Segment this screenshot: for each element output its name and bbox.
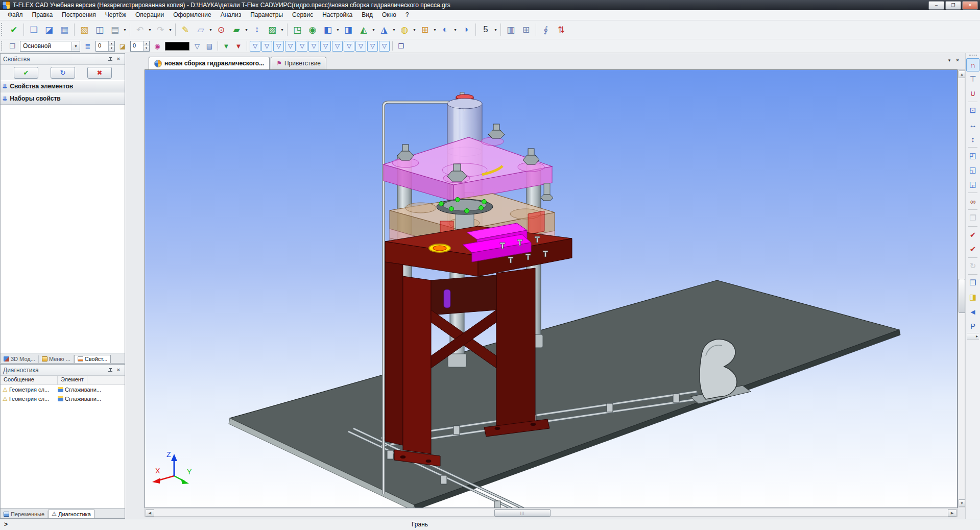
view-direction-icon[interactable]: ◄ bbox=[966, 305, 979, 318]
orange-ring[interactable] bbox=[429, 244, 450, 252]
thread-dropdown-arrow[interactable]: ▾ bbox=[371, 28, 376, 32]
menu-service[interactable]: Сервис bbox=[288, 10, 318, 20]
print-dropdown-arrow[interactable]: ▾ bbox=[123, 28, 127, 32]
scroll-left-arrow[interactable]: ◀ bbox=[146, 509, 154, 517]
chamfer-dropdown-arrow[interactable]: ▾ bbox=[392, 28, 396, 32]
axis-icon[interactable]: ↕ bbox=[250, 22, 264, 37]
print-icon[interactable]: ▤ bbox=[108, 22, 122, 37]
tab-menu[interactable]: Меню ... bbox=[39, 355, 74, 363]
cancel-button[interactable]: ✖ bbox=[87, 67, 112, 79]
zoom-model-icon[interactable]: ◲ bbox=[966, 178, 979, 191]
layer-combo[interactable]: Основной▾ bbox=[20, 41, 80, 52]
menu-constructions[interactable]: Построения bbox=[57, 10, 101, 20]
filter-settings-icon[interactable]: ▽ bbox=[192, 40, 203, 52]
layers-icon[interactable]: ≣ bbox=[82, 40, 93, 52]
scroll-up-arrow[interactable]: ▲ bbox=[959, 70, 965, 78]
selector-disable-icon[interactable]: ▼ bbox=[233, 40, 244, 52]
filter-operations-icon[interactable]: ▽ bbox=[367, 41, 378, 52]
chamfer-icon[interactable]: ◮ bbox=[377, 22, 391, 37]
filter-texts-icon[interactable]: ▽ bbox=[297, 41, 307, 52]
thread-icon[interactable]: ◭ bbox=[356, 22, 371, 37]
maximize-button[interactable]: ❐ bbox=[945, 1, 961, 10]
filter-sheets-icon[interactable]: ▽ bbox=[308, 41, 319, 52]
array-icon[interactable]: ⊞ bbox=[418, 22, 432, 37]
diagnostics-row[interactable]: ⚠ Геометрия сл... Сглаживани... bbox=[1, 385, 125, 394]
snap-auto-icon[interactable]: ∪ bbox=[966, 87, 979, 100]
menu-window[interactable]: Окно bbox=[377, 10, 401, 20]
menu-operations[interactable]: Операции bbox=[131, 10, 169, 20]
selector-enable-icon[interactable]: ▼ bbox=[221, 40, 232, 52]
hide-elements-icon[interactable]: ∞ bbox=[966, 195, 979, 208]
redo-icon[interactable]: ↷ bbox=[153, 22, 168, 37]
copy-pages-icon[interactable]: ❐ bbox=[966, 211, 979, 225]
new-document-icon[interactable]: ❏ bbox=[27, 22, 41, 37]
filter-profiles-icon[interactable]: ▽ bbox=[344, 41, 354, 52]
new-3d-model-icon[interactable]: ◪ bbox=[42, 22, 56, 37]
tab-list-button[interactable]: ▾ bbox=[946, 57, 953, 64]
measure-icon[interactable]: 5 bbox=[479, 22, 493, 37]
pin-icon[interactable] bbox=[107, 56, 114, 63]
vertical-scrollbar[interactable]: ▲ ▼ bbox=[958, 69, 965, 508]
priority-spinner[interactable]: 0▴▾ bbox=[130, 41, 150, 52]
diagnostics-row[interactable]: ⚠ Геометрия сл... Сглаживани... bbox=[1, 394, 125, 403]
minimize-button[interactable]: – bbox=[928, 1, 944, 10]
new-from-template-icon[interactable]: ▦ bbox=[57, 22, 71, 37]
scroll-down-arrow[interactable]: ▼ bbox=[959, 499, 965, 507]
calculator-icon[interactable]: ⊞ bbox=[519, 22, 533, 37]
section-property-sets[interactable]: ⇊ Наборы свойств bbox=[1, 92, 125, 105]
rotate-view-icon[interactable]: ↻ bbox=[966, 259, 979, 273]
filter-workplanes-icon[interactable]: ▽ bbox=[332, 41, 343, 52]
menu-settings[interactable]: Настройка bbox=[318, 10, 357, 20]
check-all-icon[interactable]: ✔ bbox=[966, 243, 979, 256]
3d-viewport-canvas[interactable]: X Y Z bbox=[145, 70, 957, 508]
sketch-icon[interactable]: ✎ bbox=[178, 22, 193, 37]
view-isometry-icon[interactable]: ❒ bbox=[966, 276, 979, 290]
zoom-selection-icon[interactable]: ◱ bbox=[966, 163, 979, 177]
refresh-button[interactable]: ↻ bbox=[51, 67, 75, 79]
assembly-icon[interactable]: ◐ bbox=[438, 22, 452, 37]
tab-properties[interactable]: Свойст... bbox=[74, 355, 111, 363]
filter-3d-nodes-icon[interactable]: ▽ bbox=[320, 41, 331, 52]
filter-nodes-icon[interactable]: ▽ bbox=[250, 41, 260, 52]
workplane-3d-dropdown-arrow[interactable]: ▾ bbox=[280, 28, 284, 32]
workplane-icon[interactable]: ▱ bbox=[194, 22, 208, 37]
layer-spinner[interactable]: 0▴▾ bbox=[95, 41, 115, 52]
3d-viewport[interactable]: X Y Z bbox=[145, 69, 958, 508]
blend-icon[interactable]: ◨ bbox=[341, 22, 355, 37]
rotation-icon[interactable]: ◉ bbox=[305, 22, 320, 37]
node-icon[interactable]: ⊙ bbox=[214, 22, 228, 37]
zoom-fit-icon[interactable]: ↔ bbox=[966, 118, 979, 131]
filter-hatches-icon[interactable]: ▽ bbox=[285, 41, 296, 52]
priority-icon[interactable]: ◪ bbox=[117, 40, 128, 52]
page-manager-icon[interactable]: ❐ bbox=[7, 40, 18, 52]
redo-dropdown-arrow[interactable]: ▾ bbox=[168, 28, 173, 32]
preview-icon[interactable]: ▥ bbox=[504, 22, 518, 37]
scroll-right-arrow[interactable]: ▶ bbox=[948, 509, 957, 517]
vertical-scroll-thumb[interactable] bbox=[959, 279, 965, 313]
profile-icon[interactable]: ▰ bbox=[229, 22, 244, 37]
zoom-page-icon[interactable]: ◰ bbox=[966, 149, 979, 162]
toolbar-expand-button[interactable]: ▸ bbox=[967, 333, 979, 340]
menu-analysis[interactable]: Анализ bbox=[216, 10, 246, 20]
check-element-icon[interactable]: ✔ bbox=[966, 228, 979, 242]
command-prompt[interactable]: > bbox=[4, 521, 8, 528]
assembly-dropdown-arrow[interactable]: ▾ bbox=[453, 28, 458, 32]
save-document-icon[interactable]: ◫ bbox=[92, 22, 107, 37]
filter-lines-icon[interactable]: ▽ bbox=[261, 41, 272, 52]
attach-icon[interactable]: ∮ bbox=[539, 22, 553, 37]
attach-update-icon[interactable]: ⇅ bbox=[554, 22, 568, 37]
tab-welcome[interactable]: ⚑ Приветствие bbox=[271, 57, 326, 69]
tab-assembly-document[interactable]: новая сборка гидравлического... bbox=[149, 57, 270, 69]
3d-element-icon[interactable]: ❒ bbox=[395, 40, 407, 52]
menu-view[interactable]: Вид bbox=[357, 10, 377, 20]
open-document-icon[interactable]: ▧ bbox=[77, 22, 91, 37]
menu-drawing[interactable]: Чертёж bbox=[101, 10, 131, 20]
menu-edit[interactable]: Правка bbox=[28, 10, 58, 20]
horizontal-scroll-thumb[interactable]: ||| bbox=[494, 509, 551, 517]
fragment-icon[interactable]: ◑ bbox=[459, 22, 473, 37]
filter-lcs-icon[interactable]: ▽ bbox=[379, 41, 390, 52]
snap-magnet-icon[interactable]: ∩ bbox=[966, 58, 979, 71]
filter-bodies-icon[interactable]: ▽ bbox=[355, 41, 366, 52]
column-element[interactable]: Элемент bbox=[58, 376, 87, 384]
profile-dropdown-arrow[interactable]: ▾ bbox=[244, 28, 249, 32]
